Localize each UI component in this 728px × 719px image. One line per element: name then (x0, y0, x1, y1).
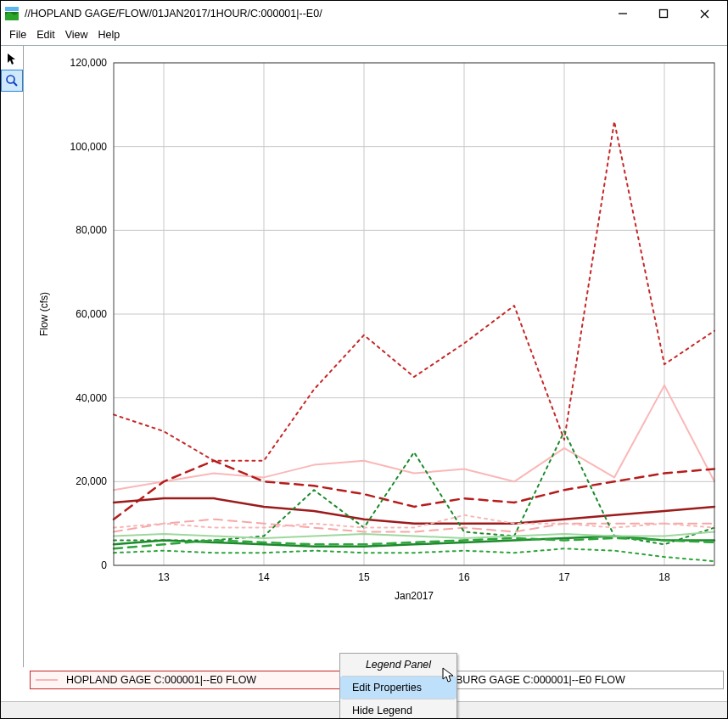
svg-text:13: 13 (158, 571, 170, 583)
minimize-button[interactable] (612, 3, 634, 25)
app-icon (4, 6, 20, 21)
svg-text:120,000: 120,000 (70, 57, 108, 69)
svg-rect-3 (660, 10, 668, 18)
svg-text:60,000: 60,000 (76, 308, 107, 320)
svg-text:40,000: 40,000 (76, 392, 107, 404)
svg-text:Jan2017: Jan2017 (395, 590, 434, 602)
pointer-tool[interactable] (1, 48, 23, 70)
main-area: 020,00040,00060,00080,000100,000120,0001… (1, 45, 727, 667)
menu-edit[interactable]: Edit (33, 28, 59, 42)
titlebar: //HOPLAND GAGE/FLOW/01JAN2017/1HOUR/C:00… (1, 1, 727, 26)
context-menu-edit-properties[interactable]: Edit Properties (340, 677, 456, 699)
flow-chart[interactable]: 020,00040,00060,00080,000100,000120,0001… (29, 51, 723, 618)
menu-view[interactable]: View (62, 28, 92, 42)
svg-text:15: 15 (358, 571, 370, 583)
left-toolbar (1, 46, 24, 667)
svg-text:Flow (cfs): Flow (cfs) (38, 292, 50, 336)
menu-help[interactable]: Help (95, 28, 124, 42)
maximize-button[interactable] (652, 3, 675, 25)
legend-item-hopland[interactable]: HOPLAND GAGE C:000001|--E0 FLOW (30, 671, 377, 689)
svg-text:20,000: 20,000 (76, 475, 107, 487)
legend-label: HOPLAND GAGE C:000001|--E0 FLOW (66, 674, 256, 686)
svg-text:80,000: 80,000 (76, 224, 107, 236)
svg-text:18: 18 (658, 571, 670, 583)
chart-area[interactable]: 020,00040,00060,00080,000100,000120,0001… (24, 46, 728, 667)
context-menu: Legend Panel Edit Properties Hide Legend (339, 653, 457, 719)
menubar: File Edit View Help (1, 26, 727, 45)
svg-text:16: 16 (458, 571, 470, 583)
zoom-tool[interactable] (1, 70, 23, 92)
svg-text:100,000: 100,000 (70, 141, 108, 153)
svg-point-6 (7, 76, 14, 83)
legend-swatch (36, 679, 58, 681)
context-menu-hide-legend[interactable]: Hide Legend (340, 699, 456, 719)
menu-file[interactable]: File (6, 28, 30, 42)
svg-text:0: 0 (101, 559, 107, 571)
window-controls (612, 3, 724, 25)
svg-rect-1 (5, 7, 19, 11)
close-button[interactable] (693, 3, 715, 25)
svg-line-7 (14, 82, 17, 86)
window-title: //HOPLAND GAGE/FLOW/01JAN2017/1HOUR/C:00… (25, 8, 322, 20)
svg-text:14: 14 (258, 571, 270, 583)
context-menu-title: Legend Panel (340, 654, 456, 676)
svg-text:17: 17 (558, 571, 570, 583)
